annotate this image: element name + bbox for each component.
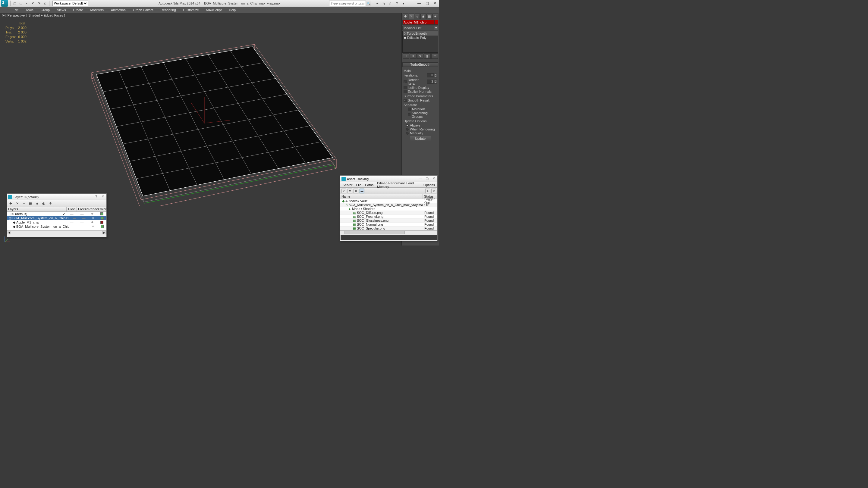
- asset-row[interactable]: ▦SOC_Glossiness.pngFound: [340, 219, 437, 223]
- tree-icon[interactable]: ◆: [13, 221, 16, 224]
- asset-prompt-field[interactable]: [341, 235, 437, 240]
- open-file-icon[interactable]: ▭: [19, 1, 23, 6]
- smooth-result-checkbox[interactable]: ✓: [404, 99, 407, 102]
- tree-icon[interactable]: ⊞: [9, 216, 11, 220]
- save-file-icon[interactable]: ▪: [24, 1, 29, 6]
- scroll-left-icon[interactable]: ◀: [7, 231, 11, 234]
- menu-group[interactable]: Group: [37, 7, 54, 13]
- update-radio-always[interactable]: Always: [406, 124, 437, 127]
- maximize-icon[interactable]: ▢: [425, 176, 430, 181]
- layer-table-body[interactable]: ⊞0 (default)✓——👁⊞BGA_Multicore_System_on…: [7, 212, 106, 230]
- render-eye-icon[interactable]: 👁: [87, 221, 97, 224]
- asset-row[interactable]: ▦SOC_Normal.pngFound: [340, 223, 437, 227]
- minimize-button[interactable]: —: [415, 0, 423, 6]
- menu-maxscript[interactable]: MAXScript: [203, 7, 225, 13]
- menu-graph-editors[interactable]: Graph Editors: [129, 7, 157, 13]
- hierarchy-tab[interactable]: ⎋: [415, 13, 420, 19]
- layer-window-titlebar[interactable]: Layer: 0 (default) ? ✕: [7, 194, 106, 200]
- asset-row[interactable]: ▦SOC_Fresnel.pngFound: [340, 215, 437, 219]
- workspace-dropdown[interactable]: Workspace: Default: [53, 1, 88, 6]
- hide-unhide-icon[interactable]: ◐: [41, 201, 46, 206]
- scroll-right-icon[interactable]: ▶: [102, 231, 106, 234]
- layer-scrollbar[interactable]: ◀ ▶: [7, 230, 106, 235]
- layer-row[interactable]: ◆BGA_Multicore_System_on_a_Chip——👁: [7, 224, 106, 229]
- modifier-list-dropdown[interactable]: Modifier List ▾: [402, 26, 438, 30]
- app-logo-icon[interactable]: [1, 0, 8, 7]
- select-objects-icon[interactable]: ▦: [28, 201, 33, 206]
- layer-row[interactable]: ◆Apple_M1_chip——👁: [7, 220, 106, 224]
- configure-sets-icon[interactable]: ☰: [431, 53, 438, 59]
- render-iters-spinner[interactable]: 2 ▲▼: [427, 79, 437, 84]
- tree-view-icon[interactable]: ≣: [347, 189, 352, 193]
- update-radio-manually[interactable]: Manually: [406, 131, 437, 135]
- new-file-icon[interactable]: ▢: [12, 1, 17, 6]
- remove-modifier-icon[interactable]: 🗑: [424, 53, 431, 59]
- motion-tab[interactable]: ◉: [421, 13, 426, 19]
- tree-icon[interactable]: ⊞: [9, 212, 11, 216]
- create-tab[interactable]: ✚: [403, 13, 408, 19]
- show-end-result-icon[interactable]: ⅠⅠ: [410, 53, 416, 59]
- asset-menu-file[interactable]: File: [354, 183, 363, 187]
- delete-layer-icon[interactable]: ✕: [15, 201, 20, 206]
- modify-tab[interactable]: ✎: [409, 13, 414, 19]
- scrollbar-thumb[interactable]: [344, 231, 405, 234]
- make-unique-icon[interactable]: ∀: [417, 53, 424, 59]
- highlight-icon[interactable]: ◈: [35, 201, 39, 206]
- menu-edit[interactable]: Edit: [9, 7, 22, 13]
- separate-smoothing-checkbox[interactable]: [408, 113, 410, 116]
- link-icon[interactable]: ⎋: [42, 1, 47, 6]
- separate-materials-checkbox[interactable]: [408, 107, 411, 110]
- isoline-checkbox[interactable]: [404, 86, 407, 89]
- asset-row[interactable]: ◆Autodesk VaultLogged Out: [340, 199, 437, 203]
- settings-icon[interactable]: ⚙: [431, 189, 436, 193]
- retarget-icon[interactable]: ↯: [425, 189, 430, 193]
- highlight-editable-icon[interactable]: ▬: [360, 189, 364, 193]
- render-eye-icon[interactable]: 👁: [87, 213, 97, 216]
- display-tab[interactable]: ▦: [427, 13, 432, 19]
- turbosmooth-rollout-header[interactable]: -TurboSmooth: [402, 62, 438, 67]
- modifier-stack-item[interactable]: ◊TurboSmooth: [403, 31, 438, 36]
- close-icon[interactable]: ✕: [431, 176, 436, 181]
- update-radio-when-rendering[interactable]: When Rendering: [406, 127, 437, 131]
- pin-stack-icon[interactable]: ⊣: [403, 53, 409, 59]
- object-color-swatch[interactable]: [434, 20, 438, 24]
- asset-menu-bitmap-performance-and-memory[interactable]: Bitmap Performance and Memory: [375, 181, 422, 189]
- modifier-stack-item[interactable]: ■Editable Poly: [403, 36, 438, 40]
- favorite-icon[interactable]: ☆: [388, 1, 393, 6]
- asset-row[interactable]: ▦SOC_Specular.pngFound: [340, 227, 437, 230]
- menu-rendering[interactable]: Rendering: [157, 7, 180, 13]
- update-button[interactable]: Update: [410, 136, 431, 141]
- help-icon[interactable]: ?: [394, 1, 400, 6]
- iterations-spinner[interactable]: 0 ▲▼: [427, 73, 437, 77]
- menu-modifiers[interactable]: Modifiers: [87, 7, 107, 13]
- asset-menu-paths[interactable]: Paths: [363, 183, 375, 187]
- maximize-button[interactable]: ▢: [423, 0, 431, 6]
- menu-views[interactable]: Views: [53, 7, 69, 13]
- close-icon[interactable]: ✕: [100, 195, 105, 199]
- utilities-tab[interactable]: ✦: [433, 13, 438, 19]
- menu-animation[interactable]: Animation: [107, 7, 129, 13]
- viewport-label[interactable]: [+] [Perspective ] [Shaded + Edged Faces…: [2, 13, 65, 17]
- chevron-down-icon[interactable]: ▾: [434, 26, 438, 30]
- modifier-stack[interactable]: ◊TurboSmooth■Editable Poly: [402, 31, 438, 53]
- undo-icon[interactable]: ↶: [30, 1, 35, 6]
- render-eye-icon[interactable]: 👁: [89, 217, 98, 220]
- bulb-icon[interactable]: ◊: [404, 32, 405, 35]
- add-to-layer-icon[interactable]: ＋: [22, 201, 26, 206]
- freeze-unfreeze-icon[interactable]: ❄: [48, 201, 53, 206]
- new-layer-icon[interactable]: ✚: [8, 201, 13, 206]
- object-name-input[interactable]: [403, 20, 434, 24]
- search-box[interactable]: 🔍: [329, 1, 371, 6]
- search-input[interactable]: [330, 1, 366, 5]
- tree-icon[interactable]: ◆: [13, 225, 16, 229]
- bulb-icon[interactable]: ■: [404, 36, 406, 39]
- asset-table-body[interactable]: ◆Autodesk VaultLogged Out3BGA_Multicore_…: [340, 199, 437, 230]
- search-go-icon[interactable]: 🔍: [366, 1, 371, 6]
- minimize-icon[interactable]: —: [418, 176, 423, 181]
- asset-menu-server[interactable]: Server: [341, 183, 354, 187]
- menu-tools[interactable]: Tools: [22, 7, 37, 13]
- menu-create[interactable]: Create: [69, 7, 87, 13]
- asset-scrollbar[interactable]: [340, 230, 437, 235]
- workspace-selector[interactable]: Workspace: Default: [53, 1, 88, 6]
- render-eye-icon[interactable]: 👁: [88, 225, 98, 228]
